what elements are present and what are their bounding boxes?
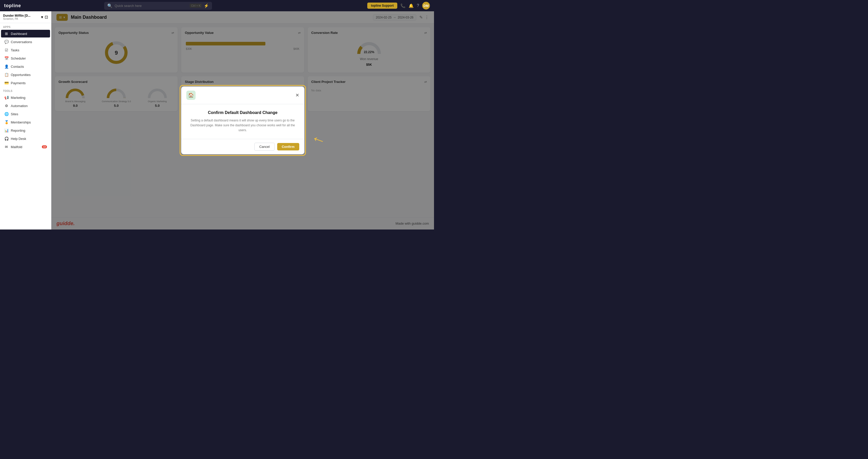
- modal-header: 🏠 ✕: [181, 87, 304, 104]
- avatar[interactable]: DM: [422, 2, 430, 9]
- sidebar-item-helpdesk[interactable]: 🎧 Help Desk: [1, 135, 50, 143]
- search-shortcut: Ctrl + K: [190, 4, 202, 8]
- mailfold-icon: ✉: [4, 145, 9, 149]
- search-bar[interactable]: 🔍 Ctrl + K ⚡: [104, 2, 212, 10]
- sidebar-item-label: Dashboard: [11, 32, 27, 36]
- sidebar-item-label: Memberships: [11, 120, 31, 124]
- app-logo: topline: [4, 3, 21, 8]
- sidebar-item-payments[interactable]: 💳 Payments: [1, 79, 50, 87]
- memberships-icon: 🏅: [4, 120, 9, 124]
- topnav-right: topline Support 📞 🔔 ? DM: [367, 2, 430, 9]
- sidebar-item-label: Scheduler: [11, 57, 26, 60]
- opportunities-icon: 📋: [4, 73, 9, 77]
- scheduler-icon: 📅: [4, 56, 9, 60]
- sidebar-item-opportunities[interactable]: 📋 Opportunities: [1, 71, 50, 79]
- marketing-icon: 📢: [4, 95, 9, 100]
- modal-border: 🏠 ✕ Confirm Default Dashboard Change Set…: [180, 85, 306, 156]
- sidebar-item-label: Conversations: [11, 40, 32, 44]
- sidebar-item-label: Sites: [11, 112, 18, 116]
- sidebar-item-label: Mailfold: [11, 145, 22, 149]
- sidebar-item-label: Marketing: [11, 96, 25, 100]
- contacts-icon: 👤: [4, 64, 9, 68]
- support-button[interactable]: topline Support: [367, 3, 397, 9]
- workspace-location: Scranton, PA: [3, 18, 39, 20]
- helpdesk-icon: 🎧: [4, 136, 9, 141]
- sidebar-item-label: Tasks: [11, 48, 19, 52]
- sidebar-item-automation[interactable]: ⚙ Automation: [1, 102, 50, 110]
- dashboard-icon: ⊞: [4, 32, 9, 36]
- modal-dialog: 🏠 ✕ Confirm Default Dashboard Change Set…: [181, 87, 304, 155]
- top-nav: topline 🔍 Ctrl + K ⚡ topline Support 📞 🔔…: [0, 0, 434, 11]
- modal-footer: Cancel Confirm: [181, 139, 304, 154]
- reporting-icon: 📊: [4, 128, 9, 132]
- workspace-selector[interactable]: Dunder Mifflin [D... Scranton, PA ▾ ⊡: [0, 11, 51, 23]
- modal-wrapper: 🏠 ✕ Confirm Default Dashboard Change Set…: [180, 85, 306, 156]
- help-icon[interactable]: ?: [417, 3, 419, 8]
- modal-body: Confirm Default Dashboard Change Setting…: [181, 104, 304, 139]
- modal-title: Confirm Default Dashboard Change: [188, 111, 297, 115]
- home-icon: 🏠: [186, 91, 195, 100]
- close-button[interactable]: ✕: [296, 93, 299, 97]
- sidebar-item-memberships[interactable]: 🏅 Memberships: [1, 118, 50, 126]
- sidebar-item-conversations[interactable]: 💬 Conversations: [1, 38, 50, 46]
- lightning-icon: ⚡: [204, 3, 209, 8]
- sidebar-item-label: Reporting: [11, 129, 25, 132]
- sidebar-item-tasks[interactable]: ☑ Tasks: [1, 46, 50, 54]
- sidebar-item-label: Help Desk: [11, 137, 26, 141]
- phone-icon[interactable]: 📞: [400, 3, 405, 8]
- confirm-button[interactable]: Confirm: [277, 143, 299, 150]
- sidebar-item-dashboard[interactable]: ⊞ Dashboard: [1, 30, 50, 37]
- apps-label: Apps: [0, 23, 51, 30]
- workspace-name: Dunder Mifflin [D...: [3, 14, 39, 18]
- automation-icon: ⚙: [4, 104, 9, 108]
- tasks-icon: ☑: [4, 48, 9, 52]
- payments-icon: 💳: [4, 81, 9, 85]
- cancel-button[interactable]: Cancel: [254, 143, 274, 151]
- sidebar-item-label: Payments: [11, 81, 26, 85]
- sidebar: Dunder Mifflin [D... Scranton, PA ▾ ⊡ Ap…: [0, 11, 51, 230]
- sidebar-item-label: Opportunities: [11, 73, 31, 77]
- modal-overlay[interactable]: 🏠 ✕ Confirm Default Dashboard Change Set…: [51, 11, 434, 230]
- conversations-icon: 💬: [4, 40, 9, 44]
- bell-icon[interactable]: 🔔: [409, 3, 414, 8]
- sidebar-item-reporting[interactable]: 📊 Reporting: [1, 127, 50, 134]
- sidebar-item-mailfold[interactable]: ✉ Mailfold 13: [1, 143, 50, 151]
- sidebar-item-sites[interactable]: 🌐 Sites: [1, 110, 50, 118]
- sidebar-item-scheduler[interactable]: 📅 Scheduler: [1, 54, 50, 62]
- search-input[interactable]: [115, 4, 188, 8]
- sidebar-item-contacts[interactable]: 👤 Contacts: [1, 63, 50, 70]
- arrow-annotation: ←: [309, 128, 329, 150]
- modal-description: Setting a default dashboard means it wil…: [188, 118, 297, 133]
- main-content: ⊞ ▾ Main Dashboard 2024-02-25 → 2024-03-…: [51, 11, 434, 230]
- sidebar-item-label: Automation: [11, 104, 28, 108]
- tools-label: Tools: [0, 87, 51, 93]
- sites-icon: 🌐: [4, 112, 9, 116]
- sidebar-item-label: Contacts: [11, 65, 24, 68]
- chevron-down-icon: ▾: [41, 14, 43, 20]
- sidebar-item-marketing[interactable]: 📢 Marketing: [1, 94, 50, 101]
- search-icon: 🔍: [107, 3, 113, 8]
- mailfold-badge: 13: [42, 145, 47, 148]
- layout-icon: ⊡: [45, 14, 48, 20]
